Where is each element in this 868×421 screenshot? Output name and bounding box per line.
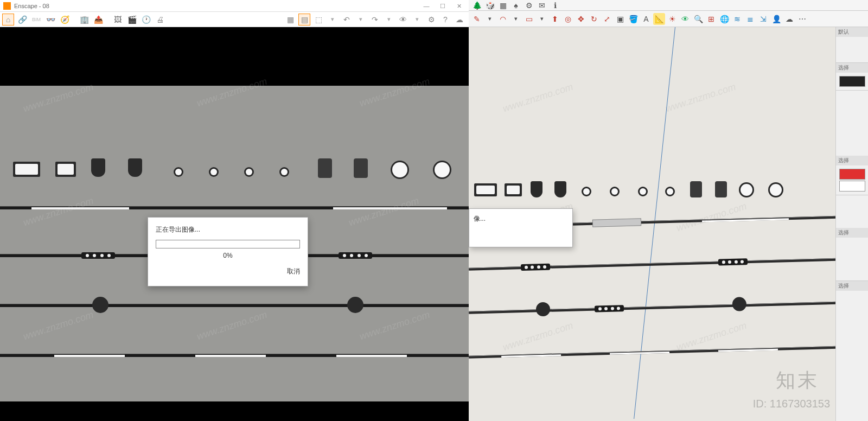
maximize-button[interactable]: ☐ [435, 1, 450, 11]
fixture-round-large [391, 161, 409, 179]
home-icon[interactable]: ⌂ [2, 14, 14, 25]
zoom-icon[interactable]: 🔍 [692, 13, 704, 25]
paint-icon[interactable]: 🪣 [627, 13, 639, 25]
shape-icon[interactable]: ▭ [523, 13, 535, 25]
settings-icon[interactable]: ⚙ [425, 14, 437, 25]
fixture-round-large [433, 161, 451, 179]
dropdown-icon[interactable]: ▾ [355, 14, 367, 25]
export-progress-bar [156, 240, 300, 248]
su-spot [536, 302, 551, 317]
su-fixture [665, 187, 675, 196]
enscape-app-icon [3, 2, 11, 10]
dropdown-icon[interactable]: ▾ [510, 13, 522, 25]
eye-icon[interactable]: 👁 [679, 13, 691, 25]
dropdown-icon[interactable]: ▾ [327, 14, 339, 25]
track-light-segment [31, 207, 129, 209]
rotate-icon[interactable]: ↻ [588, 13, 600, 25]
cloud-icon[interactable]: ☁ [454, 14, 465, 25]
enscape-viewport[interactable]: 正在导出图像... 0% 取消 www.znzmo.com www.znzmo.… [0, 27, 469, 421]
text-icon[interactable]: A [640, 13, 652, 25]
export-dialog-partial: 像... [469, 208, 573, 247]
sketchup-toolbar-top: 🌲 🎲 ▦ ♠ ⚙ ✉ ℹ [469, 0, 868, 11]
dropdown-icon[interactable]: ▾ [536, 13, 548, 25]
cube-icon[interactable]: ⬚ [312, 14, 324, 25]
info-icon[interactable]: ℹ [549, 0, 561, 11]
link-icon[interactable]: 🔗 [16, 14, 28, 25]
help-icon[interactable]: ? [439, 14, 451, 25]
minimize-button[interactable]: — [419, 1, 434, 11]
push-icon[interactable]: ⬆ [549, 13, 561, 25]
track-rail [0, 206, 469, 209]
dim-icon[interactable]: 📐 [653, 13, 665, 25]
cloud-icon[interactable]: ☁ [783, 13, 795, 25]
sun-icon[interactable]: ☀ [666, 13, 678, 25]
tray-select-label[interactable]: 选择 [836, 228, 868, 238]
tray-spacer [836, 91, 868, 156]
bim-icon[interactable]: BIM [30, 14, 42, 25]
globe-icon[interactable]: 🌐 [718, 13, 730, 25]
image-export-icon[interactable]: 🖨 [154, 14, 166, 25]
close-button[interactable]: ✕ [451, 1, 467, 11]
window-icon[interactable]: ▣ [614, 13, 626, 25]
user-icon[interactable]: 👤 [770, 13, 782, 25]
gear-icon[interactable]: ⚙ [523, 0, 535, 11]
binoculars-icon[interactable]: 👓 [44, 14, 56, 25]
tray-default-label[interactable]: 默认 [836, 27, 868, 37]
brand-id: ID: 1167303153 [753, 398, 830, 410]
layers-icon[interactable]: ≋ [731, 13, 743, 25]
undo-icon[interactable]: ↶ [341, 14, 353, 25]
scene-icon[interactable]: 🖼 [112, 14, 124, 25]
export-icon[interactable]: 📤 [92, 14, 104, 25]
section-icon[interactable]: ⊞ [705, 13, 717, 25]
stack-icon[interactable]: ≣ [744, 13, 756, 25]
tray-select-label[interactable]: 选择 [836, 156, 868, 165]
track-light-segment [333, 207, 447, 209]
su-track-fixture [592, 218, 641, 227]
tree-icon[interactable]: 🌲 [471, 0, 483, 11]
su-segment [702, 218, 789, 222]
su-fixture [739, 182, 754, 197]
layers-icon[interactable]: ▤ [298, 14, 310, 25]
tray-section[interactable] [836, 238, 868, 281]
scale-icon[interactable]: ⤢ [601, 13, 613, 25]
clock-icon[interactable]: 🕐 [140, 14, 152, 25]
pencil-icon[interactable]: ✎ [471, 13, 483, 25]
redo-icon[interactable]: ↷ [369, 14, 381, 25]
view-icon[interactable]: 👁 [397, 14, 409, 25]
tray-select-label[interactable]: 选择 [836, 281, 868, 291]
dropdown-icon[interactable]: ▾ [484, 13, 496, 25]
tray-section[interactable] [836, 37, 868, 63]
arc-icon[interactable]: ◠ [497, 13, 509, 25]
color-swatch-red[interactable] [839, 169, 865, 180]
die-icon[interactable]: 🎲 [484, 0, 496, 11]
color-swatch-white[interactable] [839, 181, 865, 192]
checker-icon[interactable]: ▦ [497, 0, 509, 11]
su-segment [501, 354, 561, 358]
tray-select-label[interactable]: 选择 [836, 63, 868, 73]
track-light-segment [195, 355, 266, 357]
su-track [469, 301, 868, 314]
export-dialog: 正在导出图像... 0% 取消 [148, 217, 308, 286]
enscape-title-bar[interactable]: Enscape - 08 — ☐ ✕ [0, 0, 469, 12]
dropdown-icon[interactable]: ▾ [411, 14, 423, 25]
sketchup-viewport[interactable]: 像... www.znzmo.com www.znzmo.com www.znz… [469, 27, 868, 421]
buildings-icon[interactable]: 🏢 [78, 14, 90, 25]
compass-icon[interactable]: 🧭 [59, 14, 71, 25]
offset-icon[interactable]: ◎ [562, 13, 574, 25]
dropdown-icon[interactable]: ▾ [383, 14, 395, 25]
extend-icon[interactable]: ⇲ [757, 13, 769, 25]
help-icon[interactable]: ⋯ [796, 13, 808, 25]
track-dots [81, 252, 115, 259]
su-fixture [474, 183, 497, 196]
spade-icon[interactable]: ♠ [510, 0, 522, 11]
su-fixture [505, 183, 522, 196]
fixture-round [174, 167, 183, 177]
video-icon[interactable]: 🎬 [126, 14, 138, 25]
mail-icon[interactable]: ✉ [536, 0, 548, 11]
color-swatch-black[interactable] [839, 76, 865, 87]
cancel-button[interactable]: 取消 [156, 265, 300, 278]
enscape-title: Enscape - 08 [14, 3, 49, 9]
track-dots [339, 252, 372, 259]
grid-icon[interactable]: ▦ [284, 14, 296, 25]
move-icon[interactable]: ✥ [575, 13, 587, 25]
